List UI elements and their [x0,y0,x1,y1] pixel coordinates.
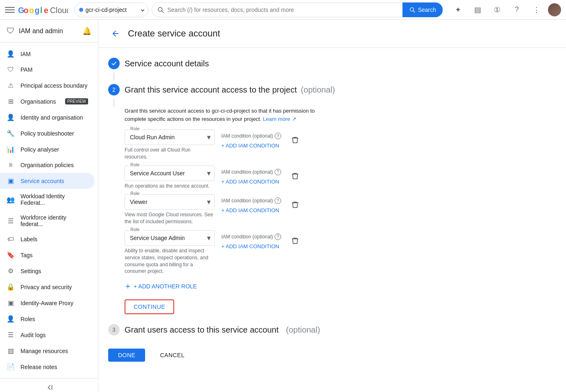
account-icon: 👤 [7,113,15,121]
sidebar-collapse-button[interactable] [0,378,98,392]
delete-role-btn-3[interactable] [288,197,302,212]
add-iam-condition-btn-2[interactable]: + ADD IAM CONDITION [221,177,281,186]
role-label-3: Role [129,191,141,196]
project-dot [79,8,83,12]
bottom-actions: DONE CANCEL [108,342,556,368]
svg-text:l: l [40,5,42,14]
back-button[interactable] [108,26,123,41]
workload-icon: 👥 [7,196,15,204]
sidebar-item-workload-identity[interactable]: 👥 Workload Identity Federat... [0,189,95,210]
step3-title: Grant users access to this service accou… [125,325,279,335]
role-row-1: Role Cloud Run Admin ▾ Full control over… [125,129,556,161]
role-description-4: Ability to enable, disable and inspect s… [125,247,215,275]
role-label-2: Role [129,162,141,167]
continue-btn-wrapper: CONTINUE [125,299,556,314]
bell-icon[interactable]: 🔔 [82,27,91,36]
sidebar-item-roles[interactable]: 👤 Roles [0,311,95,327]
star-icon-button[interactable]: ✦ [450,2,466,18]
iam-help-icon-4[interactable]: ? [275,233,281,240]
sidebar-item-policy-analyser[interactable]: 📊 Policy analyser [0,141,95,157]
sidebar-item-principal-access-boundary[interactable]: ⚠ Principal access boundary [0,77,95,93]
notification-button[interactable]: ① [489,2,505,18]
svg-line-8 [161,11,163,12]
sidebar-item-release-notes[interactable]: 📄 Release notes [0,359,95,375]
google-cloud-logo[interactable]: G o o g l e Cloud [18,5,68,15]
done-button[interactable]: DONE [108,349,145,362]
settings-icon: ⚙ [7,267,15,275]
tags-icon: 🔖 [7,251,15,259]
step1-header: Service account details [108,58,556,69]
add-another-role-button[interactable]: + ADD ANOTHER ROLE [125,280,197,293]
cancel-button[interactable]: CANCEL [150,349,194,362]
step3-optional: (optional) [286,325,320,335]
iam-help-icon-1[interactable]: ? [275,133,281,139]
iam-condition-group-2: IAM condition (optional) ? + ADD IAM CON… [221,165,281,186]
role-select-wrapper-1: Role Cloud Run Admin ▾ [125,129,215,145]
sidebar-item-manage-resources[interactable]: ▧ Manage resources [0,343,95,359]
sidebar-item-labels[interactable]: 🏷 Labels [0,231,95,247]
shield-icon: 🛡 [7,26,15,36]
manage-icon: ▧ [7,347,15,355]
more-options-button[interactable]: ⋮ [528,2,545,18]
help-icon-button[interactable]: ? [509,2,525,18]
search-input[interactable] [168,7,399,13]
sidebar-item-settings[interactable]: ⚙ Settings [0,263,95,279]
sidebar-item-identity-aware-proxy[interactable]: ▣ Identity-Aware Proxy [0,295,95,311]
service-accounts-icon: ▣ [7,177,15,185]
role-select-3[interactable]: Viewer [125,194,215,210]
add-iam-condition-btn-3[interactable]: + ADD IAM CONDITION [221,206,281,215]
learn-more-link[interactable]: Learn more ↗ [263,116,296,122]
role-label-4: Role [129,227,141,232]
workforce-icon: ☰ [7,217,15,225]
search-bar[interactable]: Search [152,2,443,17]
iam-help-icon-3[interactable]: ? [275,197,281,204]
add-iam-condition-btn-4[interactable]: + ADD IAM CONDITION [221,242,281,251]
role-select-2[interactable]: Service Account User [125,165,215,181]
role-select-1[interactable]: Cloud Run Admin [125,129,215,145]
sidebar-item-organisations[interactable]: ⊞ Organisations PREVIEW [0,93,95,109]
search-button[interactable]: Search [402,2,443,17]
iam-help-icon-2[interactable]: ? [275,169,281,175]
sidebar-item-service-accounts[interactable]: ▣ Service accounts [0,173,95,189]
step2-header: 2 Grant this service account access to t… [108,84,556,95]
role-description-1: Full control over all Cloud Run resource… [125,147,215,161]
list-icon: ≡ [7,161,15,169]
sidebar-item-audit-logs[interactable]: ☰ Audit logs [0,327,95,343]
sidebar-item-iam[interactable]: 👤 IAM [0,46,95,62]
sidebar-item-identity-and-organisation[interactable]: 👤 Identity and organisation [0,109,95,125]
step2-content-divider [114,99,114,107]
iap-icon: ▣ [7,299,15,307]
role-description-3: View most Google Cloud resources. See th… [125,211,215,225]
svg-text:Cloud: Cloud [50,5,68,14]
delete-role-btn-2[interactable] [288,169,302,184]
sidebar-item-tags[interactable]: 🔖 Tags [0,247,95,263]
privacy-icon: 🔒 [7,283,15,291]
sidebar-item-organisation-policies[interactable]: ≡ Organisation policies [0,157,95,173]
iam-condition-label-4: IAM condition (optional) ? [221,233,281,240]
step1-divider [114,73,114,81]
sidebar-item-policy-troubleshooter[interactable]: 🔧 Policy troubleshooter [0,125,95,141]
role-select-4[interactable]: Service Usage Admin [125,230,215,246]
sidebar-item-workforce-identity[interactable]: ☰ Workforce identity federat... [0,210,95,231]
avatar[interactable] [548,3,561,16]
page-body: Service account details 2 Grant this ser… [98,48,566,378]
sidebar-item-privacy-and-security[interactable]: 🔒 Privacy and security [0,279,95,295]
delete-role-btn-1[interactable] [288,133,302,147]
terminal-icon-button[interactable]: ▤ [469,2,486,18]
grid-icon: ⊞ [7,97,15,105]
add-iam-condition-btn-1[interactable]: + ADD IAM CONDITION [221,141,281,150]
role-select-group-4: Role Service Usage Admin ▾ Ability to en… [125,230,215,275]
page-header: Create service account [98,20,566,48]
sidebar-item-pam[interactable]: 🛡 PAM [0,62,95,77]
role-description-2: Run operations as the service account. [125,183,215,190]
menu-icon[interactable] [5,5,15,15]
svg-text:o: o [24,5,29,14]
project-selector[interactable]: gcr-ci-cd-project [75,2,148,17]
pam-icon: 🛡 [7,66,15,73]
delete-role-btn-4[interactable] [288,233,302,248]
preview-badge: PREVIEW [65,98,88,104]
continue-button[interactable]: CONTINUE [125,299,174,314]
person-icon: 👤 [7,50,15,58]
svg-text:o: o [29,5,34,14]
role-row-2: Role Service Account User ▾ Run operatio… [125,165,556,190]
